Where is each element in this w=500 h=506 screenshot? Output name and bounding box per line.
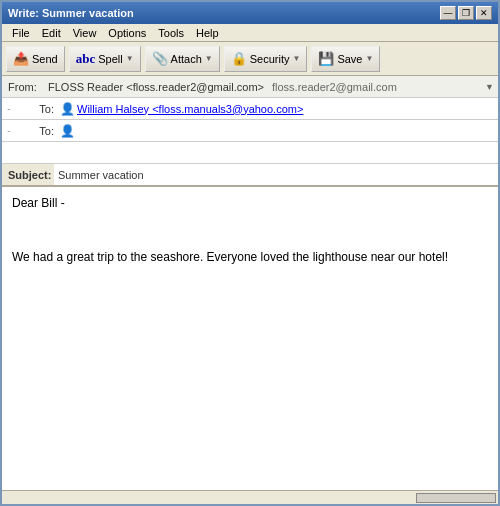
to2-contact-icon: 👤 <box>58 124 77 138</box>
attach-dropdown-arrow[interactable]: ▼ <box>205 54 213 63</box>
horizontal-scrollbar[interactable] <box>416 493 496 503</box>
to1-contact-icon: 👤 <box>58 102 77 116</box>
main-window: Write: Summer vacation — ❐ ✕ File Edit V… <box>0 0 500 506</box>
to1-dash: - <box>2 103 16 114</box>
to2-row: - To: 👤 <box>2 120 498 142</box>
attach-icon: 📎 <box>152 51 168 66</box>
toolbar: 📤 Send abc Spell ▼ 📎 Attach ▼ 🔒 Security… <box>2 42 498 76</box>
save-button[interactable]: 💾 Save ▼ <box>311 46 380 72</box>
to1-row: - To: 👤 William Halsey <floss.manuals3@y… <box>2 98 498 120</box>
save-icon: 💾 <box>318 51 334 66</box>
to1-label: To: <box>16 101 58 117</box>
title-controls: — ❐ ✕ <box>440 6 492 20</box>
to1-name[interactable]: William Halsey <floss.manuals3@yahoo.com… <box>77 103 303 115</box>
spell-dropdown-arrow[interactable]: ▼ <box>126 54 134 63</box>
restore-button[interactable]: ❐ <box>458 6 474 20</box>
security-button[interactable]: 🔒 Security ▼ <box>224 46 308 72</box>
body-area[interactable]: Dear Bill - We had a great trip to the s… <box>2 187 498 490</box>
body-line2 <box>12 222 488 239</box>
save-dropdown-arrow[interactable]: ▼ <box>365 54 373 63</box>
spell-icon: abc <box>76 51 96 67</box>
attach-label: Attach <box>171 53 202 65</box>
menu-help[interactable]: Help <box>190 26 225 40</box>
close-button[interactable]: ✕ <box>476 6 492 20</box>
save-label: Save <box>337 53 362 65</box>
attach-button[interactable]: 📎 Attach ▼ <box>145 46 220 72</box>
body-line1: Dear Bill - <box>12 195 488 212</box>
subject-label: Subject: <box>2 167 54 183</box>
header-fields: From: FLOSS Reader <floss.reader2@gmail.… <box>2 76 498 187</box>
from-row: From: FLOSS Reader <floss.reader2@gmail.… <box>2 76 498 98</box>
send-icon: 📤 <box>13 51 29 66</box>
from-dropdown-arrow[interactable]: ▼ <box>485 82 498 92</box>
send-label: Send <box>32 53 58 65</box>
extra-row <box>2 142 498 164</box>
from-value-secondary: floss.reader2@gmail.com <box>268 79 401 95</box>
subject-row: Subject: <box>2 164 498 186</box>
menu-edit[interactable]: Edit <box>36 26 67 40</box>
window-title: Write: Summer vacation <box>8 7 134 19</box>
menu-view[interactable]: View <box>67 26 103 40</box>
spell-button[interactable]: abc Spell ▼ <box>69 46 141 72</box>
title-bar: Write: Summer vacation — ❐ ✕ <box>2 2 498 24</box>
menu-tools[interactable]: Tools <box>152 26 190 40</box>
spell-label: Spell <box>98 53 122 65</box>
send-button[interactable]: 📤 Send <box>6 46 65 72</box>
body-line3: We had a great trip to the seashore. Eve… <box>12 249 488 266</box>
security-dropdown-arrow[interactable]: ▼ <box>292 54 300 63</box>
bottom-scrollbar <box>2 490 498 504</box>
to2-label: To: <box>16 123 58 139</box>
security-icon: 🔒 <box>231 51 247 66</box>
from-label: From: <box>2 79 44 95</box>
menu-options[interactable]: Options <box>102 26 152 40</box>
menu-bar: File Edit View Options Tools Help <box>2 24 498 42</box>
security-label: Security <box>250 53 290 65</box>
to2-dash: - <box>2 125 16 136</box>
minimize-button[interactable]: — <box>440 6 456 20</box>
from-value-main: FLOSS Reader <floss.reader2@gmail.com> <box>44 79 268 95</box>
subject-input[interactable] <box>54 164 498 185</box>
menu-file[interactable]: File <box>6 26 36 40</box>
